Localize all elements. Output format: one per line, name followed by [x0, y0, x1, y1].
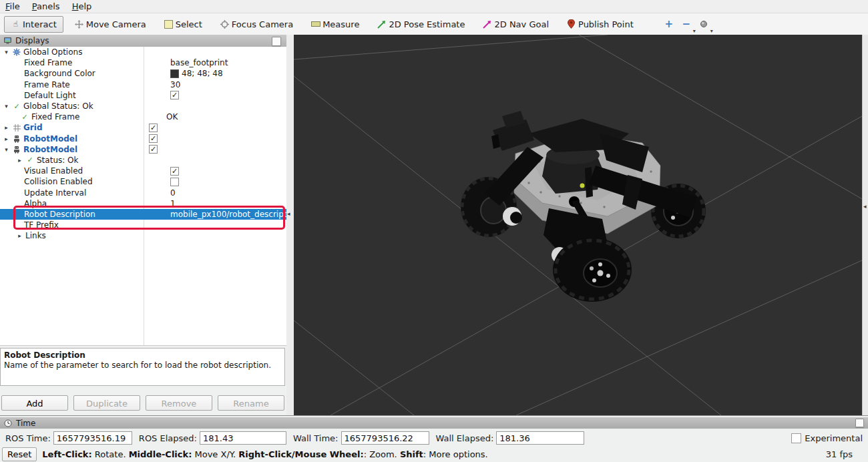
menu-bar: FilePanelsHelp: [0, 0, 868, 13]
checkbox-checked[interactable]: ✓: [149, 145, 158, 154]
tool-label: 2D Pose Estimate: [389, 19, 465, 29]
expander-open-icon[interactable]: ▾: [3, 49, 10, 55]
tool-select[interactable]: Select: [157, 16, 209, 33]
tree-row-robot-description[interactable]: Robot Descriptionmobile_px100/robot_desc…: [0, 209, 286, 220]
dropdown-caret-icon[interactable]: ▾: [710, 28, 713, 34]
tree-row-value[interactable]: base_footprint: [170, 58, 228, 67]
plus-icon: +: [664, 18, 673, 30]
fps-counter: 31 fps: [826, 449, 853, 459]
measure-icon: [310, 19, 320, 29]
remove-tool-button[interactable]: −▾: [679, 17, 694, 31]
tree-row-label: Global Options: [23, 47, 82, 57]
tool-move-camera[interactable]: Move Camera: [67, 16, 153, 33]
tool-2d-nav-goal[interactable]: 2D Nav Goal: [475, 16, 556, 33]
displays-panel-titlebar[interactable]: Displays: [0, 35, 286, 47]
mouse-help-desc: Rotate.: [92, 449, 129, 459]
tree-row-value[interactable]: 0: [170, 188, 176, 198]
tree-row-robotmodel[interactable]: ▸RobotModel✓: [0, 134, 286, 144]
time-field-ros-elapsed[interactable]: 181.43: [200, 431, 286, 445]
tree-row-update-interval[interactable]: Update Interval0: [0, 187, 286, 198]
reset-button[interactable]: Reset: [2, 447, 37, 461]
add-button[interactable]: Add: [1, 395, 68, 411]
tree-row-label: Fixed Frame: [31, 112, 79, 122]
tool-2d-pose-estimate[interactable]: 2D Pose Estimate: [370, 16, 471, 33]
time-panel-title: Time: [16, 419, 35, 428]
monitor-icon: [3, 37, 12, 45]
expander-closed-icon[interactable]: ▸: [3, 124, 10, 131]
tree-row-links[interactable]: ▸Links: [0, 230, 286, 241]
menu-file[interactable]: File: [5, 1, 20, 11]
tool-focus-camera[interactable]: Focus Camera: [213, 16, 300, 33]
displays-panel-float-button[interactable]: [272, 37, 281, 46]
time-panel-titlebar[interactable]: Time: [0, 417, 868, 429]
tree-row-value[interactable]: 1: [170, 199, 176, 208]
tree-row-status-ok[interactable]: ▸✓Status: Ok: [0, 155, 286, 166]
3d-viewport[interactable]: [294, 35, 862, 415]
tree-row-value[interactable]: 48; 48; 48: [182, 69, 223, 78]
expander-closed-icon[interactable]: ▸: [3, 136, 10, 142]
check-green-icon: ✓: [25, 156, 35, 164]
right-panel-collapsed-splitter[interactable]: ◂: [862, 35, 868, 415]
green-arrow-icon: [377, 19, 387, 29]
tree-row-label: Robot Description: [24, 210, 95, 219]
experimental-label: Experimental: [805, 433, 863, 443]
rviz-window: FilePanelsHelp ☝InteractMove CameraSelec…: [0, 0, 868, 462]
menu-help[interactable]: Help: [72, 1, 92, 11]
expander-open-icon[interactable]: ▾: [3, 103, 10, 109]
expander-closed-icon[interactable]: ▸: [16, 157, 23, 164]
tree-row-label: Collision Enabled: [24, 177, 93, 186]
rename-button: Rename: [218, 395, 284, 411]
mouse-help-desc: : Zoom.: [364, 449, 400, 459]
tree-row-background-color[interactable]: Background Color48; 48; 48: [0, 68, 286, 79]
tree-row-label: RobotModel: [23, 145, 77, 154]
mouse-help-key: Shift: [400, 449, 423, 459]
tree-row-value[interactable]: 30: [170, 80, 180, 89]
checkbox-checked[interactable]: ✓: [149, 124, 158, 132]
expander-open-icon[interactable]: ▾: [3, 146, 10, 153]
checkbox-unchecked[interactable]: [170, 178, 179, 186]
checkbox-checked[interactable]: ✓: [149, 134, 158, 143]
tool-measure[interactable]: Measure: [304, 16, 366, 33]
experimental-checkbox[interactable]: [791, 433, 801, 443]
tree-row-robotmodel[interactable]: ▾RobotModel✓: [0, 144, 286, 155]
tree-row-collision-enabled[interactable]: Collision Enabled: [0, 176, 286, 187]
tree-row-alpha[interactable]: Alpha1: [0, 198, 286, 209]
time-panel-float-button[interactable]: [855, 419, 864, 427]
checkbox-checked[interactable]: ✓: [170, 91, 179, 99]
expander-closed-icon[interactable]: ▸: [16, 232, 23, 239]
tool-publish-point[interactable]: Publish Point: [560, 16, 640, 33]
checkbox-checked[interactable]: ✓: [170, 167, 179, 176]
mouse-help-key: Right-Click/Mouse Wheel:: [238, 449, 363, 459]
tree-row-default-light[interactable]: Default Light✓: [0, 90, 286, 101]
time-field-ros-time[interactable]: 1657793516.19: [53, 431, 132, 445]
tree-row-label: Alpha: [24, 199, 47, 208]
options-gear-icon: [12, 48, 21, 56]
help-text: Name of the parameter to search for to l…: [4, 361, 281, 371]
time-field-wall-elapsed[interactable]: 181.36: [496, 431, 584, 445]
splitter-collapse-icon[interactable]: ◂: [287, 210, 290, 217]
duplicate-button: Duplicate: [73, 395, 140, 411]
tool-interact[interactable]: ☝Interact: [4, 16, 63, 33]
add-tool-button[interactable]: +: [662, 17, 676, 31]
right-splitter-collapse-icon[interactable]: ◂: [863, 203, 867, 210]
time-fields: ROS Time:1657793516.19ROS Elapsed:181.43…: [5, 431, 591, 445]
tree-row-value[interactable]: mobile_px100/robot_description: [170, 210, 286, 219]
dropdown-caret-icon[interactable]: ▾: [693, 28, 696, 34]
color-swatch[interactable]: [170, 69, 179, 78]
tool-properties-button[interactable]: ▾: [696, 17, 711, 31]
tree-row-fixed-frame[interactable]: Fixed Framebase_footprint: [0, 57, 286, 68]
tree-row-frame-rate[interactable]: Frame Rate30: [0, 79, 286, 90]
tool-label: Focus Camera: [232, 19, 293, 29]
tree-row-visual-enabled[interactable]: Visual Enabled✓: [0, 166, 286, 176]
tree-row-global-status-ok[interactable]: ▾✓Global Status: Ok: [0, 101, 286, 111]
clock-icon: [3, 419, 13, 427]
panel-splitter[interactable]: ◂: [286, 35, 294, 415]
tree-row-fixed-frame[interactable]: ✓Fixed FrameOK: [0, 111, 286, 122]
menu-panels[interactable]: Panels: [32, 1, 60, 11]
tree-row-value[interactable]: OK: [166, 112, 178, 122]
time-field-wall-time[interactable]: 1657793516.22: [341, 431, 429, 445]
tree-row-grid[interactable]: ▸Grid✓: [0, 122, 286, 133]
minus-icon: −: [682, 18, 690, 30]
tree-row-global-options[interactable]: ▾Global Options: [0, 47, 286, 57]
tree-row-tf-prefix[interactable]: TF Prefix: [0, 220, 286, 230]
